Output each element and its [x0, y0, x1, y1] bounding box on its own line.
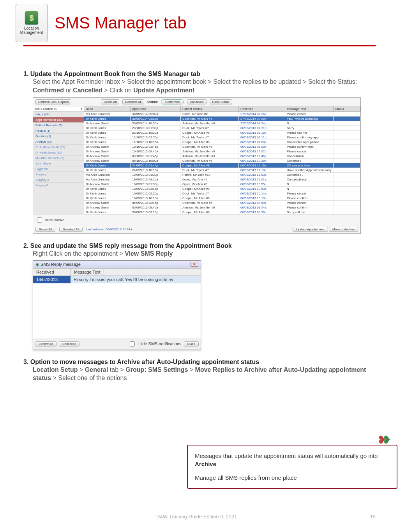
cell [334, 121, 360, 125]
footer-deselect-all[interactable]: Deselect All [59, 227, 83, 232]
cell: 27/05/2014 01:54p [239, 121, 285, 125]
sidebar-item[interactable]: Appt Reminder (38) [33, 117, 84, 123]
table-row[interactable]: Ms Alice Sanders19/09/2013 09:15aOgier, … [84, 177, 360, 182]
sidebar-item[interactable]: Surgery3 [33, 183, 84, 188]
sidebar-item[interactable]: Dr Andrew Smith (19) [33, 145, 84, 150]
cell [334, 145, 360, 149]
reply-body-area [33, 283, 201, 338]
sec1-body2: > Click on [104, 87, 133, 94]
reply-close-button[interactable]: Close [184, 341, 199, 346]
cell: Confirmed . [285, 173, 334, 177]
update-appointment-button[interactable]: Update Appointment [293, 227, 328, 232]
table-row[interactable]: Dr Keith Jones10/09/2013 02:30pDuck, Ms … [84, 191, 360, 196]
table-row[interactable]: Dr Keith Jones10/09/2013 10:15aCooper, M… [84, 196, 360, 201]
show-inactive-checkbox[interactable] [37, 217, 42, 223]
sidebar-item[interactable]: Recalls (1) [33, 128, 84, 134]
sec3-num: 3. [23, 359, 28, 365]
cell: 10/09/2013 02:30p [131, 191, 181, 196]
table-row[interactable]: Dr Keith Jones30/08/2013 03:15pCooper, M… [84, 210, 360, 215]
sec3-end: > Select one of the options [53, 375, 127, 381]
clear-status-button[interactable]: Clear Status [210, 99, 232, 104]
reply-cancelled-button[interactable]: Cancelled [59, 341, 80, 346]
cell [334, 112, 360, 116]
cell: Confirmed [285, 159, 334, 163]
cancelled-button[interactable]: Cancelled [187, 99, 207, 104]
cell [334, 210, 360, 214]
sidebar-item[interactable]: Ms Alice Sanders (7) [33, 156, 84, 161]
table-row[interactable]: Dr Keith Jones18/09/2013 03:15pCooper, M… [84, 187, 360, 191]
table-row[interactable]: Dr Keith Jones30/05/2014 01:15pColeman, … [84, 117, 360, 121]
sidebar-item[interactable]: Inbox (41) [33, 112, 84, 117]
col-status: Status [334, 106, 360, 111]
cell: 18/09/2013 01:30p [131, 182, 181, 186]
sidebar-item[interactable]: Patient Records (3) [33, 123, 84, 128]
table-row[interactable]: Dr Keith Jones24/09/2013 10:15aDuck, Ms … [84, 168, 360, 173]
cell: 19/09/2013 09:15a [131, 177, 181, 182]
cell [334, 201, 360, 205]
hide-sms-checkbox[interactable] [130, 341, 135, 346]
table-row[interactable]: Dr Keith Jones11/10/2013 10:15aCooper, M… [84, 140, 360, 145]
table-row[interactable]: Dr Andrew Smith09/10/2013 01:45pAniston,… [84, 154, 360, 159]
confirmed-button[interactable]: Confirmed [161, 99, 184, 104]
cell: OK see you then [285, 163, 334, 168]
page-title: SMS Manager tab [55, 14, 187, 32]
cell: 24/09/2013 10:15a [131, 168, 181, 172]
retrieve-button[interactable]: Retrieve SMS Replies [35, 99, 71, 104]
sidebar-item[interactable]: John Snow [33, 161, 84, 166]
table-row[interactable]: Dr Keith Jones23/10/2013 01:30pDuck, Ms … [84, 126, 360, 131]
table-row[interactable]: Dr Andrew Smith05/09/2013 09:45aAniston,… [84, 205, 360, 210]
sidebar-item[interactable]: Archive (35) [33, 139, 84, 145]
sidebar-item[interactable]: Queries (1) [33, 134, 84, 139]
cell: Dr Andrew Smith [84, 154, 131, 158]
cell: Cooper, Mr Alice #8 [181, 163, 239, 168]
sidebar-item[interactable]: Surgery 1 [33, 172, 84, 177]
close-icon[interactable]: ✕ [191, 262, 198, 267]
cell: 30/05/2014 01:15p [131, 117, 181, 121]
cell: Duck, Ms Taylor #7 [181, 126, 239, 130]
cell: 06/08/2013 09:54a [239, 205, 285, 210]
sec2-head: See and update the SMS reply message fro… [30, 242, 232, 249]
table-row[interactable]: Dr Andrew Smith18/09/2013 01:30pOgier, M… [84, 182, 360, 187]
cell: Cancel this appt please [285, 140, 334, 144]
cell: Dr Keith Jones [84, 163, 131, 168]
cell: Cooper, Mr Alice #8 [181, 196, 239, 200]
reply-row-date[interactable]: 18/07/2013 [33, 276, 71, 283]
table-row[interactable]: Dr Andrew Smith10/10/2013 01:45pColeman,… [84, 145, 360, 149]
footer-select-all[interactable]: Select All [35, 227, 55, 232]
cell: 30/05/2014 10:30a [131, 121, 181, 125]
move-to-archive-button[interactable]: Move to Archive [329, 227, 358, 232]
table-row[interactable]: Dr Keith Jones24/09/2013 01:45pCooper, M… [84, 163, 360, 168]
cell [334, 168, 360, 172]
sec3-p2: General [85, 366, 108, 373]
location-dropdown[interactable]: Test Location 00 [33, 106, 84, 112]
table-row[interactable]: Dr Andrew Smith30/05/2014 10:30aAniston,… [84, 121, 360, 126]
cell: Please cancel [285, 201, 334, 205]
cell: Dr Keith Jones [84, 131, 131, 135]
cell: Dr Keith Jones [84, 135, 131, 140]
select-all-button[interactable]: Select All [101, 99, 119, 104]
cell: 06/08/2013 01:18p [239, 131, 285, 135]
sec1-confirmed: Confirmed [33, 87, 64, 94]
deselect-all-button[interactable]: Deselect All [122, 99, 144, 104]
sidebar-item[interactable]: Surgery 2 [33, 177, 84, 183]
cell: Cooper, Mr Alice #8 [181, 140, 239, 144]
table-row[interactable]: Ms Alice Sanders19/09/2013 01:30pPeters,… [84, 173, 360, 177]
cell [334, 182, 360, 186]
table-row[interactable]: Dr Andrew Smith05/09/2013 02:45pColeman,… [84, 201, 360, 205]
cell: Dr Andrew Smith [84, 149, 131, 154]
table-row[interactable]: Ms Alice Sanders30/05/2014 09:00aSmith, … [84, 112, 360, 117]
table-row[interactable]: Dr Andrew Smith09/10/2013 10:00aColeman,… [84, 159, 360, 163]
logo-text-2: Management [20, 30, 43, 35]
logo-text-1: Location [24, 26, 39, 30]
reply-confirmed-button[interactable]: Confirmed [35, 341, 56, 346]
table-row[interactable]: Dr Keith Jones23/10/2013 10:30aCooper, M… [84, 131, 360, 135]
cell [334, 173, 360, 177]
sidebar-item[interactable]: Hygienist [33, 166, 84, 172]
table-row[interactable]: Dr Keith Jones11/10/2013 02:30pDuck, Ms … [84, 135, 360, 140]
cell: 10/10/2013 01:45p [131, 145, 181, 149]
cell: 23/10/2013 01:30p [131, 126, 181, 130]
sidebar-item[interactable]: Dr Keith Jones (19) [33, 150, 84, 156]
table-row[interactable]: Dr Andrew Smith10/10/2013 09:45aAniston,… [84, 149, 360, 154]
cell: Cancel please [285, 177, 334, 182]
reply-row-msg[interactable]: Hi sorry I missed your call. Yes I'll be… [71, 276, 201, 283]
